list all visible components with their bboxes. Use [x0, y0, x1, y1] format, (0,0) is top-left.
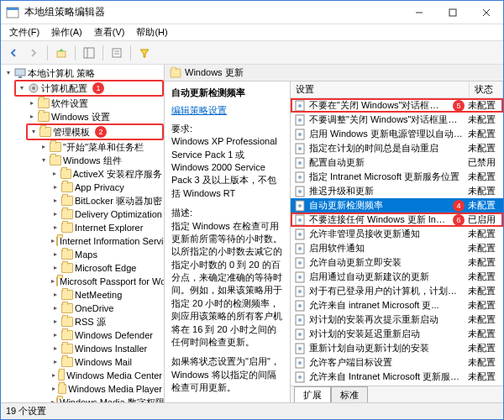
svg-rect-7 [84, 48, 94, 58]
tree-item[interactable]: ▸Maps [50, 248, 164, 261]
tree-item[interactable]: ▸Windows Installer [50, 342, 164, 355]
tree-item[interactable]: ▸Windows Media Center [50, 369, 164, 382]
settings-row[interactable]: 不要在"关闭 Windows"对话框显示"安装更新并关机"5未配置 [291, 98, 503, 113]
chevron-right-icon[interactable]: ▸ [51, 318, 60, 326]
settings-row[interactable]: 对于有已登录用户的计算机，计划的自动更新安装不执行重...未配置 [291, 284, 503, 298]
tree-item[interactable]: ▸Delivery Optimization [50, 207, 164, 221]
chevron-down-icon[interactable]: ▾ [18, 84, 26, 92]
tree-item[interactable]: ▸ActiveX 安装程序服务 [50, 167, 164, 181]
close-button[interactable] [470, 1, 503, 24]
tree-item[interactable]: ▸Internet Information Services [50, 234, 164, 248]
settings-row[interactable]: 配置自动更新已禁用 [291, 155, 503, 170]
tree-item[interactable]: ▸Internet Explorer [50, 221, 164, 234]
chevron-right-icon[interactable]: ▸ [28, 99, 36, 108]
settings-row[interactable]: 自动更新检测频率4未配置 [291, 198, 503, 213]
settings-row[interactable]: 允许来自 Intranet Microsoft 更新服务位置的签名更新未配置 [291, 370, 503, 384]
settings-row[interactable]: 不要连接任何 Windows 更新 Internet 位置6已启用 [291, 213, 503, 227]
settings-row[interactable]: 指定在计划的时间总是自动重启未配置 [291, 141, 503, 155]
settings-row[interactable]: 允许非管理员接收更新通知未配置 [291, 227, 503, 241]
col-state[interactable]: 状态 [470, 81, 503, 97]
chevron-right-icon[interactable]: ▸ [28, 113, 36, 121]
chevron-right-icon[interactable]: ▸ [51, 237, 55, 245]
svg-rect-3 [449, 9, 456, 16]
chevron-down-icon[interactable]: ▾ [29, 128, 38, 136]
chevron-right-icon[interactable]: ▸ [51, 250, 60, 259]
gear-icon [28, 82, 39, 94]
pane-title: Windows 更新 [185, 66, 244, 79]
menu-action[interactable]: 操作(A) [46, 24, 87, 40]
chevron-right-icon[interactable]: ▸ [51, 385, 56, 393]
chevron-right-icon[interactable]: ▸ [51, 210, 60, 218]
chevron-right-icon[interactable]: ▸ [51, 358, 60, 366]
folder-icon [61, 223, 73, 233]
policy-icon [294, 357, 306, 369]
settings-row[interactable]: 不要调整"关闭 Windows"对话框里的"安装更新并关机"的默...未配置 [291, 113, 503, 127]
chevron-right-icon[interactable]: ▸ [51, 291, 60, 299]
forward-button[interactable] [24, 44, 43, 62]
settings-row[interactable]: 重新计划自动更新计划的安装未配置 [291, 341, 503, 355]
tree-pane[interactable]: ▾ 本地计算机 策略 ▾ 计算机配置 1 [1, 65, 165, 402]
policy-icon [294, 129, 306, 140]
tree-item[interactable]: ▸Windows Defender [50, 328, 164, 342]
edit-policy-link[interactable]: 编辑策略设置 [171, 104, 283, 117]
tree-item[interactable]: ▸Windows Media Player [50, 382, 164, 396]
maximize-button[interactable] [436, 1, 470, 24]
settings-row[interactable]: 允许自动更新立即安装未配置 [291, 255, 503, 270]
minimize-button[interactable] [402, 1, 436, 24]
tree-windows-components[interactable]: ▾Windows 组件 [38, 154, 164, 167]
chevron-right-icon[interactable]: ▸ [51, 170, 59, 178]
folder-icon [56, 236, 58, 246]
settings-row[interactable]: 对计划的安装延迟重新启动未配置 [291, 327, 503, 341]
chevron-right-icon[interactable]: ▸ [51, 197, 60, 205]
computer-icon [14, 67, 26, 79]
back-button[interactable] [4, 44, 23, 62]
settings-row[interactable]: 允许客户端目标设置未配置 [291, 355, 503, 370]
folder-icon [61, 344, 73, 354]
chevron-right-icon[interactable]: ▸ [51, 371, 56, 380]
settings-row[interactable]: 启用通过自动更新建议的更新未配置 [291, 270, 503, 284]
chevron-down-icon[interactable]: ▾ [39, 156, 48, 165]
tree-software-settings[interactable]: ▸软件设置 [26, 97, 164, 110]
tab-extended[interactable]: 扩展 [294, 386, 331, 402]
chevron-right-icon[interactable]: ▸ [51, 264, 60, 272]
tree-item[interactable]: ▸BitLocker 驱动器加密 [50, 194, 164, 207]
menu-view[interactable]: 查看(V) [89, 24, 130, 40]
tree-computer-config[interactable]: ▾ 计算机配置 1 [14, 80, 164, 97]
tree-item[interactable]: ▸Microsoft Edge [50, 261, 164, 275]
chevron-right-icon[interactable]: ▸ [51, 344, 60, 353]
tree-item[interactable]: ▸Microsoft Passport for Work [50, 275, 164, 288]
settings-row[interactable]: 指定 Intranet Microsoft 更新服务位置未配置 [291, 170, 503, 184]
show-hide-tree-button[interactable] [80, 44, 98, 62]
properties-button[interactable] [108, 44, 126, 62]
chevron-right-icon[interactable]: ▸ [51, 304, 60, 312]
chevron-right-icon[interactable]: ▸ [51, 183, 60, 192]
tree-admin-templates[interactable]: ▾管理模板2 [26, 123, 164, 140]
tree-item[interactable]: ▸NetMeeting [50, 288, 164, 302]
filter-button[interactable] [135, 44, 154, 62]
tree-item[interactable]: ▸OneDrive [50, 302, 164, 315]
up-button[interactable] [52, 44, 71, 62]
tree-item[interactable]: ▸Windows Mail [50, 355, 164, 369]
tree-windows-settings[interactable]: ▸Windows 设置 [26, 110, 164, 123]
settings-row[interactable]: 对计划的安装再次提示重新启动未配置 [291, 312, 503, 327]
col-setting[interactable]: 设置 [291, 81, 470, 97]
chevron-down-icon[interactable]: ▾ [4, 69, 13, 77]
settings-list[interactable]: 不要在"关闭 Windows"对话框显示"安装更新并关机"5未配置不要调整"关闭… [291, 98, 503, 386]
chevron-right-icon[interactable]: ▸ [39, 143, 48, 151]
tree-start-taskbar[interactable]: ▸"开始"菜单和任务栏 [38, 140, 164, 154]
chevron-right-icon[interactable]: ▸ [51, 223, 60, 232]
svg-point-39 [298, 261, 302, 265]
settings-row[interactable]: 推迟升级和更新未配置 [291, 184, 503, 198]
settings-row[interactable]: 启用软件通知未配置 [291, 241, 503, 255]
settings-row[interactable]: 启用 Windows 更新电源管理以自动唤醒系统来安装计划的...未配置 [291, 127, 503, 141]
chevron-right-icon[interactable]: ▸ [51, 331, 60, 339]
chevron-right-icon[interactable]: ▸ [51, 277, 55, 286]
tree-item[interactable]: ▸Windows Media 数字权限管理 [50, 396, 164, 402]
menu-help[interactable]: 帮助(H) [131, 24, 172, 40]
menu-file[interactable]: 文件(F) [4, 24, 45, 40]
tree-item[interactable]: ▸RSS 源 [50, 315, 164, 328]
tab-standard[interactable]: 标准 [331, 386, 368, 402]
tree-root[interactable]: ▾ 本地计算机 策略 [3, 66, 164, 80]
settings-row[interactable]: 允许来自 intranet Microsoft 更...未配置 [291, 298, 503, 312]
tree-item[interactable]: ▸App Privacy [50, 181, 164, 194]
